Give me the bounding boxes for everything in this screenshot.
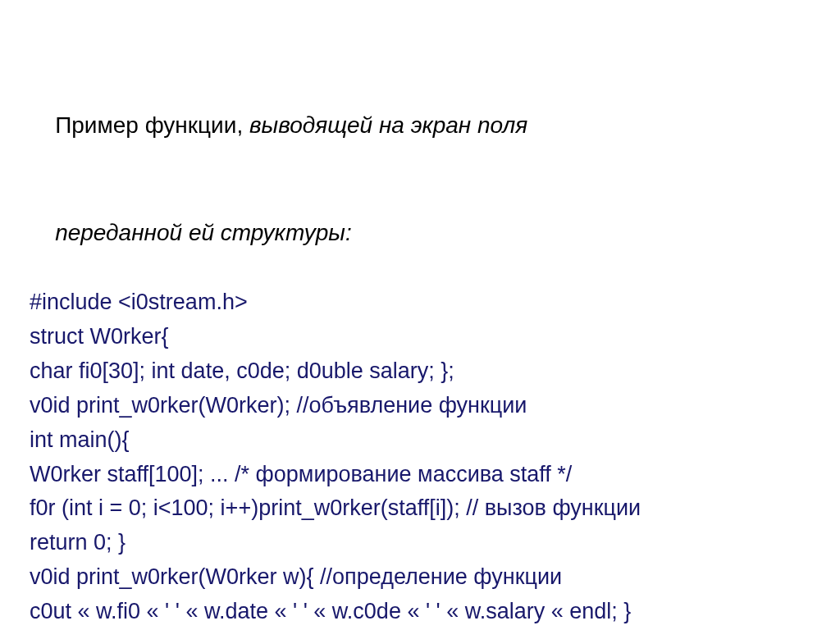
code-line-10: c0ut « w.fi0 « ' ' « w.date « ' ' « w.c0… bbox=[30, 595, 810, 629]
heading-line-1: Пример функции, выводящей на экран поля bbox=[30, 72, 810, 179]
code-line-3: char fi0[30]; int date, c0de; d0uble sal… bbox=[30, 354, 810, 389]
heading-line-2: переданной ей структуры: bbox=[30, 179, 810, 285]
code-line-4: v0id print_w0rker(W0rker); //объявление … bbox=[30, 389, 810, 423]
heading-plain: Пример функции, bbox=[55, 112, 249, 138]
code-line-2: struct W0rker{ bbox=[30, 320, 810, 354]
code-line-7: f0r (int i = 0; i<100; i++)print_w0rker(… bbox=[30, 491, 810, 526]
code-line-6: W0rker staff[100]; ... /* формирование м… bbox=[30, 458, 810, 492]
heading-italic-2: переданной ей структуры: bbox=[55, 220, 352, 245]
code-line-5: int main(){ bbox=[30, 423, 810, 458]
code-line-8: return 0; } bbox=[30, 526, 810, 560]
slide-page: Пример функции, выводящей на экран поля … bbox=[0, 0, 840, 630]
code-line-9: v0id print_w0rker(W0rker w){ //определен… bbox=[30, 560, 810, 595]
heading-italic-1: выводящей на экран поля bbox=[249, 112, 527, 138]
code-line-1: #include <i0stream.h> bbox=[30, 285, 810, 320]
